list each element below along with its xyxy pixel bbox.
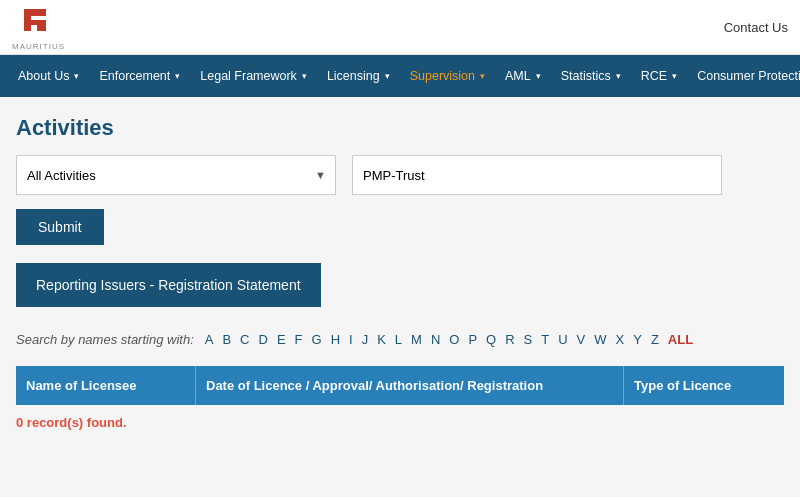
letter-n[interactable]: N xyxy=(429,331,442,348)
col-type-header: Type of Licence xyxy=(624,366,784,405)
letter-u[interactable]: U xyxy=(556,331,569,348)
activity-dropdown[interactable]: All Activities xyxy=(16,155,336,195)
letter-r[interactable]: R xyxy=(503,331,516,348)
letter-m[interactable]: M xyxy=(409,331,424,348)
letter-search-label: Search by names starting with: xyxy=(16,332,194,347)
letter-l[interactable]: L xyxy=(393,331,404,348)
letter-w[interactable]: W xyxy=(592,331,608,348)
nav-supervision[interactable]: Supervision ▾ xyxy=(400,55,495,97)
records-found: 0 record(s) found. xyxy=(16,415,784,430)
letter-search-bar: Search by names starting with: A B C D E… xyxy=(16,331,784,348)
letter-x[interactable]: X xyxy=(614,331,627,348)
logo-label: MAURITIUS xyxy=(12,42,65,51)
letter-i[interactable]: I xyxy=(347,331,355,348)
logo: MAURITIUS xyxy=(12,3,65,51)
legal-arrow: ▾ xyxy=(302,71,307,81)
page-title: Activities xyxy=(16,115,784,141)
reporting-issuers-button[interactable]: Reporting Issuers - Registration Stateme… xyxy=(16,263,321,307)
letter-v[interactable]: V xyxy=(575,331,588,348)
letter-q[interactable]: Q xyxy=(484,331,498,348)
letter-o[interactable]: O xyxy=(447,331,461,348)
letter-y[interactable]: Y xyxy=(631,331,644,348)
nav-about-us[interactable]: About Us ▾ xyxy=(8,55,89,97)
logo-icon xyxy=(20,3,58,41)
nav-bar: About Us ▾ Enforcement ▾ Legal Framework… xyxy=(0,55,800,97)
nav-aml[interactable]: AML ▾ xyxy=(495,55,551,97)
letter-g[interactable]: G xyxy=(310,331,324,348)
licensing-arrow: ▾ xyxy=(385,71,390,81)
letter-all[interactable]: ALL xyxy=(666,331,695,348)
contact-us-link[interactable]: Contact Us xyxy=(724,20,788,35)
letter-s[interactable]: S xyxy=(522,331,535,348)
letter-p[interactable]: P xyxy=(466,331,479,348)
nav-rce[interactable]: RCE ▾ xyxy=(631,55,687,97)
letter-k[interactable]: K xyxy=(375,331,388,348)
statistics-arrow: ▾ xyxy=(616,71,621,81)
nav-consumer-protection[interactable]: Consumer Protectio xyxy=(687,55,800,97)
letter-h[interactable]: H xyxy=(329,331,342,348)
submit-button[interactable]: Submit xyxy=(16,209,104,245)
about-us-arrow: ▾ xyxy=(74,71,79,81)
letter-z[interactable]: Z xyxy=(649,331,661,348)
letter-b[interactable]: B xyxy=(220,331,233,348)
nav-licensing[interactable]: Licensing ▾ xyxy=(317,55,400,97)
letter-f[interactable]: F xyxy=(293,331,305,348)
rce-arrow: ▾ xyxy=(672,71,677,81)
letter-c[interactable]: C xyxy=(238,331,251,348)
col-date-header: Date of Licence / Approval/ Authorisatio… xyxy=(196,366,624,405)
filter-row: All Activities xyxy=(16,155,784,195)
table-header: Name of Licensee Date of Licence / Appro… xyxy=(16,366,784,405)
svg-rect-3 xyxy=(37,20,46,31)
enforcement-arrow: ▾ xyxy=(175,71,180,81)
svg-rect-1 xyxy=(24,9,46,16)
svg-rect-2 xyxy=(24,20,38,25)
letter-a[interactable]: A xyxy=(203,331,216,348)
supervision-arrow: ▾ xyxy=(480,71,485,81)
nav-statistics[interactable]: Statistics ▾ xyxy=(551,55,631,97)
main-content: Activities All Activities Submit Reporti… xyxy=(0,97,800,497)
nav-enforcement[interactable]: Enforcement ▾ xyxy=(89,55,190,97)
letter-t[interactable]: T xyxy=(539,331,551,348)
top-bar: MAURITIUS Contact Us xyxy=(0,0,800,55)
letter-j[interactable]: J xyxy=(360,331,371,348)
nav-legal-framework[interactable]: Legal Framework ▾ xyxy=(190,55,317,97)
activity-select-wrapper: All Activities xyxy=(16,155,336,195)
search-input[interactable] xyxy=(352,155,722,195)
letter-d[interactable]: D xyxy=(256,331,269,348)
col-name-header: Name of Licensee xyxy=(16,366,196,405)
letter-e[interactable]: E xyxy=(275,331,288,348)
aml-arrow: ▾ xyxy=(536,71,541,81)
